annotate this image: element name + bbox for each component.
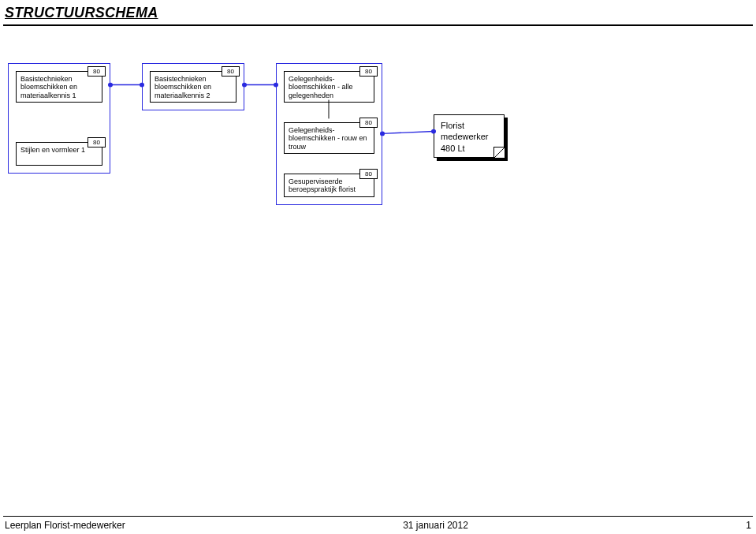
box-label: Gelegenheids-bloemschikken - alle gelege… bbox=[289, 75, 353, 99]
footer-left: Leerplan Florist-medewerker bbox=[5, 520, 125, 531]
value-badge: 80 bbox=[359, 66, 378, 77]
value-badge: 80 bbox=[222, 66, 240, 77]
box-label: Gelegenheids-bloemschikken - rouw en tro… bbox=[289, 126, 367, 151]
value-badge: 80 bbox=[88, 137, 106, 148]
box-basistechnieken-2: Basistechnieken bloemschikken en materia… bbox=[150, 71, 236, 103]
box-gelegenheid-rouw-trouw: Gelegenheids-bloemschikken - rouw en tro… bbox=[284, 122, 374, 154]
footer-center: 31 januari 2012 bbox=[403, 520, 468, 531]
box-stijlen-vormleer-1: Stijlen en vormleer 1 80 bbox=[16, 142, 102, 166]
box-basistechnieken-1: Basistechnieken bloemschikken en materia… bbox=[16, 71, 102, 103]
box-label: Gesuperviseerde beroepspraktijk florist bbox=[289, 177, 356, 193]
box-label: Basistechnieken bloemschikken en materia… bbox=[155, 75, 211, 99]
footer: Leerplan Florist-medewerker 31 januari 2… bbox=[5, 520, 751, 531]
underline-rule bbox=[3, 24, 753, 26]
diagram-canvas: Basistechnieken bloemschikken en materia… bbox=[0, 47, 756, 510]
value-badge: 80 bbox=[359, 118, 378, 128]
box-label: Stijlen en vormleer 1 bbox=[20, 146, 85, 154]
svg-line-4 bbox=[382, 132, 434, 134]
footer-rule bbox=[3, 516, 753, 517]
terminal-line-1: Florist bbox=[441, 120, 497, 131]
terminal-line-2: medewerker bbox=[441, 131, 497, 142]
box-gesuperviseerde-beroepspraktijk: Gesuperviseerde beroepspraktijk florist … bbox=[284, 174, 374, 197]
page-title: STRUCTUURSCHEMA bbox=[5, 5, 158, 21]
box-gelegenheid-alle: Gelegenheids-bloemschikken - alle gelege… bbox=[284, 71, 374, 103]
value-badge: 80 bbox=[88, 66, 106, 77]
terminal-florist-medewerker: Florist medewerker 480 Lt bbox=[434, 114, 505, 158]
value-badge: 80 bbox=[359, 169, 378, 179]
terminal-line-3: 480 Lt bbox=[441, 143, 497, 154]
note-fold-icon bbox=[493, 147, 505, 158]
box-label: Basistechnieken bloemschikken en materia… bbox=[20, 75, 77, 99]
footer-right: 1 bbox=[746, 520, 751, 531]
